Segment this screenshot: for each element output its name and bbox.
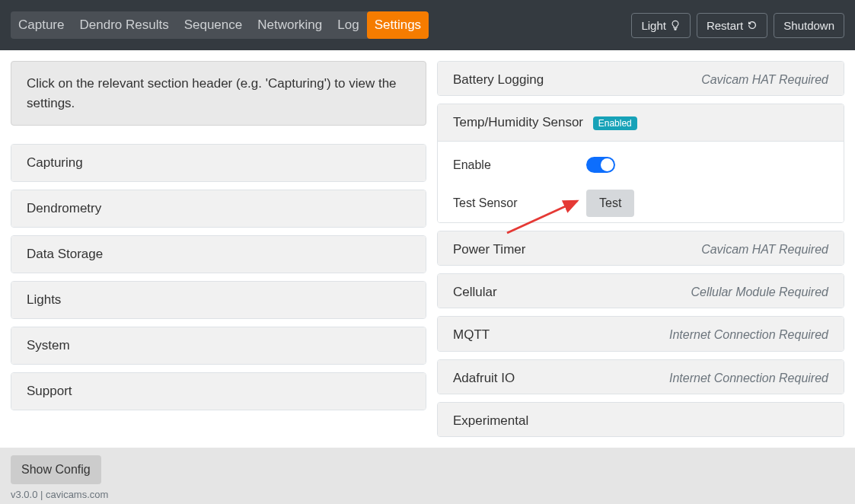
section-capturing[interactable]: Capturing: [11, 145, 426, 181]
section-support[interactable]: Support: [11, 373, 426, 410]
section-dendrometry[interactable]: Dendrometry: [11, 190, 426, 227]
nav-log[interactable]: Log: [330, 11, 366, 39]
nav-dendro-results[interactable]: Dendro Results: [72, 11, 176, 39]
left-column: Click on the relevant section header (e.…: [11, 61, 426, 437]
enabled-badge: Enabled: [593, 116, 637, 130]
section-lights[interactable]: Lights: [11, 282, 426, 318]
info-banner: Click on the relevant section header (e.…: [11, 61, 426, 126]
section-adafruit-io[interactable]: Adafruit IO Internet Connection Required: [438, 360, 844, 394]
cellular-title: Cellular: [453, 285, 497, 300]
test-sensor-label: Test Sensor: [453, 196, 586, 210]
light-button[interactable]: Light: [631, 13, 691, 38]
battery-title: Battery Logging: [453, 72, 544, 88]
temp-title-wrap: Temp/Humidity Sensor Enabled: [453, 115, 637, 130]
restart-button[interactable]: Restart: [697, 13, 767, 38]
show-config-button[interactable]: Show Config: [11, 455, 101, 484]
footer: Show Config v3.0.0 | cavicams.com: [0, 448, 855, 504]
shutdown-button[interactable]: Shutdown: [774, 13, 844, 38]
test-button[interactable]: Test: [586, 190, 634, 217]
restart-icon: [747, 20, 758, 30]
nav-sequence[interactable]: Sequence: [177, 11, 250, 39]
section-system[interactable]: System: [11, 327, 426, 364]
nav-settings[interactable]: Settings: [367, 11, 429, 39]
navbar: Capture Dendro Results Sequence Networki…: [0, 0, 855, 50]
adafruit-title: Adafruit IO: [453, 371, 515, 386]
temp-title: Temp/Humidity Sensor: [453, 115, 583, 129]
experimental-title: Experimental: [453, 413, 528, 429]
content: Click on the relevant section header (e.…: [0, 50, 855, 448]
nav-capture[interactable]: Capture: [11, 11, 72, 39]
enable-toggle[interactable]: [586, 157, 615, 173]
shutdown-label: Shutdown: [783, 19, 834, 32]
nav-networking[interactable]: Networking: [250, 11, 330, 39]
light-label: Light: [641, 19, 666, 32]
restart-label: Restart: [707, 19, 743, 32]
section-battery-logging[interactable]: Battery Logging Cavicam HAT Required: [438, 62, 844, 96]
mqtt-title: MQTT: [453, 327, 490, 343]
section-mqtt[interactable]: MQTT Internet Connection Required: [438, 317, 844, 351]
power-req: Cavicam HAT Required: [701, 243, 828, 257]
section-cellular[interactable]: Cellular Cellular Module Required: [438, 274, 844, 308]
section-data-storage[interactable]: Data Storage: [11, 236, 426, 273]
temp-humidity-panel: Temp/Humidity Sensor Enabled Enable Test…: [437, 104, 844, 223]
right-column: Battery Logging Cavicam HAT Required Tem…: [437, 61, 844, 437]
nav-group: Capture Dendro Results Sequence Networki…: [11, 11, 429, 39]
enable-label: Enable: [453, 158, 586, 172]
adafruit-req: Internet Connection Required: [669, 372, 828, 385]
lightbulb-icon: [670, 20, 681, 30]
section-power-timer[interactable]: Power Timer Cavicam HAT Required: [438, 231, 844, 266]
battery-req: Cavicam HAT Required: [701, 73, 828, 87]
cellular-req: Cellular Module Required: [691, 285, 828, 299]
section-temp-humidity[interactable]: Temp/Humidity Sensor Enabled: [438, 104, 844, 142]
mqtt-req: Internet Connection Required: [669, 328, 828, 342]
power-title: Power Timer: [453, 242, 525, 257]
nav-right: Light Restart Shutdown: [631, 13, 844, 38]
version-text: v3.0.0 | cavicams.com: [11, 484, 844, 504]
section-experimental[interactable]: Experimental: [438, 403, 844, 437]
